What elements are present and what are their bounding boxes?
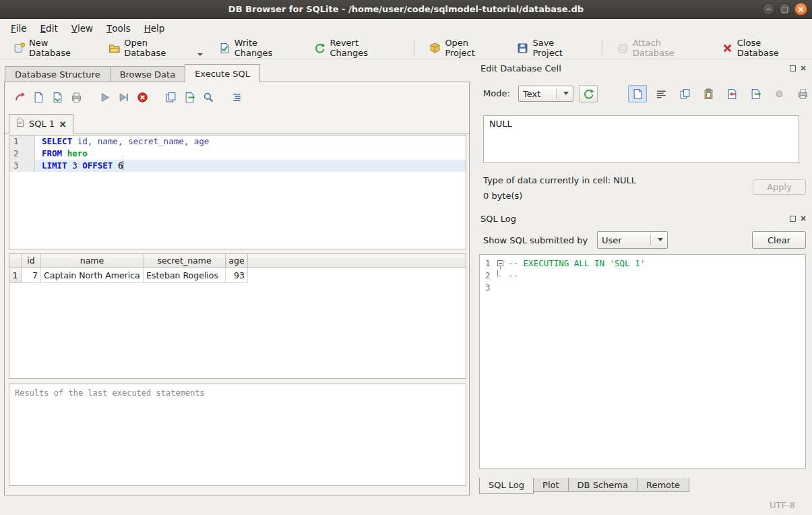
log-text: -- — [505, 270, 518, 282]
results-message-text: Results of the last executed statements — [15, 388, 205, 398]
sql-editor-line-current: 3 LIMIT 3 OFFSET 6 — [9, 160, 466, 172]
tab-database-structure[interactable]: Database Structure — [5, 66, 111, 82]
menu-tools[interactable]: Tools — [100, 19, 137, 37]
open-project-button[interactable]: Open Project — [423, 35, 507, 61]
text-document-icon[interactable] — [628, 85, 647, 102]
sql-tab-close-icon[interactable]: × — [59, 119, 67, 129]
open-sql-file-icon[interactable] — [10, 88, 29, 106]
sql-editor-line: 2 FROM hero — [9, 148, 466, 160]
save-project-button[interactable]: Save Project — [510, 35, 593, 61]
sql-log-dock-header: SQL Log × — [479, 212, 807, 224]
sql-editor[interactable]: 1 SELECT id, name, secret_name, age 2 FR… — [9, 135, 466, 249]
log-line: 1 -- EXECUTING ALL IN 'SQL 1' — [480, 258, 805, 270]
results-message-area: Results of the last executed statements — [9, 384, 466, 486]
close-button[interactable]: × — [794, 3, 807, 16]
minimize-button[interactable]: − — [762, 3, 775, 16]
sql-file-icon — [15, 118, 25, 129]
cell-size-info: 0 byte(s) — [483, 191, 522, 201]
format-sql-icon[interactable] — [227, 88, 246, 106]
print-cell-icon[interactable] — [793, 85, 812, 102]
close-icon: × — [797, 5, 805, 13]
sql-log-view[interactable]: 1 -- EXECUTING ALL IN 'SQL 1' 2 -- 3 — [479, 254, 806, 469]
menu-view[interactable]: View — [65, 19, 100, 37]
maximize-button[interactable]: □ — [778, 3, 791, 16]
chevron-down-icon — [658, 238, 663, 241]
cell-id[interactable]: 7 — [22, 268, 41, 283]
save-sql-file-icon[interactable] — [29, 88, 48, 106]
sql-tab[interactable]: SQL 1 × — [9, 114, 73, 133]
minimize-icon: − — [766, 5, 772, 13]
find-replace-icon[interactable] — [199, 88, 218, 106]
titlebar[interactable]: DB Browser for SQLite - /home/user/code/… — [0, 0, 812, 19]
dock-tab-bar: SQL Log Plot DB Schema Remote — [475, 478, 812, 495]
tab-browse-data[interactable]: Browse Data — [110, 66, 186, 82]
app-window: DB Browser for SQLite - /home/user/code/… — [0, 0, 812, 515]
tab-execute-sql[interactable]: Execute SQL — [185, 64, 260, 82]
dock-close-icon[interactable]: × — [800, 214, 807, 222]
import-file-icon[interactable] — [722, 85, 741, 102]
column-header-filler — [248, 254, 466, 268]
paste-cell-icon[interactable] — [699, 85, 718, 102]
log-line: 2 -- — [480, 270, 805, 282]
clear-log-button[interactable]: Clear — [752, 231, 806, 249]
maximize-icon: □ — [781, 5, 788, 13]
window-controls: − □ × — [762, 3, 807, 16]
cell-name[interactable]: Captain North America — [41, 268, 144, 283]
close-database-button[interactable]: Close Database — [715, 35, 812, 61]
export-file-icon[interactable] — [746, 85, 765, 102]
column-header-id[interactable]: id — [22, 254, 41, 268]
dock-tab-remote[interactable]: Remote — [637, 478, 689, 492]
dock-close-icon[interactable]: × — [800, 64, 807, 72]
log-filter-combobox[interactable]: User — [597, 231, 668, 249]
toolbar-separator — [602, 40, 602, 55]
dock-tab-sql-log[interactable]: SQL Log — [479, 478, 534, 494]
cell-editor[interactable]: NULL — [483, 115, 799, 163]
log-text — [505, 282, 508, 294]
copy-cell-icon[interactable] — [675, 85, 694, 102]
main-tab-bar: Database Structure Browse Data Execute S… — [5, 64, 259, 82]
dock-tab-plot[interactable]: Plot — [533, 478, 569, 492]
fold-marker-icon[interactable] — [497, 260, 503, 266]
menu-edit[interactable]: Edit — [34, 19, 65, 37]
sql-log-title: SQL Log — [479, 214, 516, 224]
table-row[interactable]: 1 7 Captain North America Esteban Rogeli… — [9, 268, 466, 283]
word-wrap-icon[interactable] — [652, 85, 670, 102]
print-icon[interactable] — [67, 88, 86, 106]
apply-button: Apply — [753, 179, 806, 195]
fold-end-icon — [497, 270, 501, 276]
edit-cell-toolbar — [628, 85, 812, 102]
new-database-button[interactable]: New Database — [7, 35, 99, 61]
row-number: 1 — [9, 268, 22, 283]
open-database-button[interactable]: Open Database — [102, 35, 210, 61]
open-project-icon — [429, 42, 441, 54]
log-line: 3 — [480, 282, 805, 294]
sql-editor-line: 1 SELECT id, name, secret_name, age — [9, 135, 466, 148]
line-number: 2 — [9, 148, 35, 160]
write-changes-button[interactable]: Write Changes — [212, 35, 305, 61]
menu-file[interactable]: File — [4, 19, 34, 37]
mode-combobox[interactable]: Text — [518, 86, 573, 102]
new-database-icon — [13, 42, 25, 54]
export-results-icon[interactable] — [180, 88, 199, 106]
cell-secret-name[interactable]: Esteban Rogelios — [144, 268, 226, 283]
stop-icon[interactable] — [133, 88, 152, 106]
execute-all-icon[interactable] — [95, 88, 114, 106]
open-query-tab-icon[interactable] — [161, 88, 180, 106]
open-database-dropdown-arrow[interactable] — [197, 53, 203, 56]
dock-float-icon[interactable] — [790, 216, 796, 222]
set-null-icon[interactable] — [770, 85, 788, 102]
save-sql-file-as-icon[interactable] — [48, 88, 67, 106]
auto-switch-mode-icon[interactable] — [579, 85, 598, 102]
dock-float-icon[interactable] — [790, 65, 796, 71]
column-header-name[interactable]: name — [41, 254, 144, 268]
results-table: id name secret_name age 1 7 Captain Nort… — [9, 253, 466, 379]
log-filter-label: Show SQL submitted by — [483, 235, 588, 245]
menu-help[interactable]: Help — [137, 19, 172, 37]
dock-tab-db-schema[interactable]: DB Schema — [568, 478, 637, 492]
log-text: -- EXECUTING ALL IN 'SQL 1' — [505, 258, 645, 270]
cell-age[interactable]: 93 — [226, 268, 248, 283]
execute-line-icon[interactable] — [114, 88, 133, 106]
column-header-secret-name[interactable]: secret_name — [144, 254, 226, 268]
revert-changes-button[interactable]: Revert Changes — [307, 35, 406, 61]
column-header-age[interactable]: age — [226, 254, 248, 268]
